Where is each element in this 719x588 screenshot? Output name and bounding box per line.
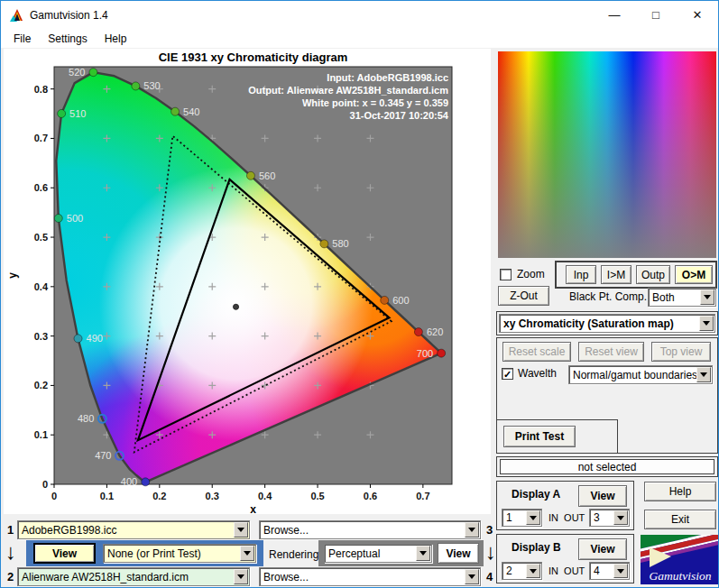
display-b-out-select[interactable]: 4: [589, 562, 630, 580]
dropdown-arrow-icon[interactable]: [699, 316, 714, 331]
minimize-button[interactable]: —: [594, 1, 635, 29]
svg-text:0.1: 0.1: [100, 491, 114, 501]
display-a-inout-label: IN OUT: [548, 512, 585, 523]
menu-bar: File Settings Help: [1, 29, 718, 48]
display-a-group: Display A View 1 IN OUT 3: [496, 481, 634, 530]
reset-scale-button[interactable]: Reset scale: [502, 342, 571, 362]
black-pt-comp-value: Both: [652, 291, 675, 304]
svg-text:490: 490: [87, 333, 103, 344]
status-text: not selected: [500, 459, 714, 474]
dropdown-arrow-icon[interactable]: [465, 569, 479, 584]
slot2-number: 2: [7, 570, 14, 583]
rendering-intent-select[interactable]: Perceptual: [324, 544, 432, 563]
inp-button[interactable]: Inp: [566, 265, 596, 284]
dropdown-arrow-icon[interactable]: [526, 510, 540, 525]
dropdown-arrow-icon[interactable]: [696, 367, 711, 382]
svg-text:0.1: 0.1: [34, 429, 48, 440]
map-select-frame: xy Chromaticity (Saturation map): [496, 311, 718, 335]
svg-text:480: 480: [78, 413, 94, 424]
display-a-out-select[interactable]: 3: [589, 509, 630, 527]
gamutvision-logo: Gamutvision: [641, 535, 718, 584]
display-a-view-button[interactable]: View: [578, 485, 627, 507]
dropdown-arrow-icon[interactable]: [613, 564, 628, 578]
dropdown-arrow-icon[interactable]: [700, 289, 714, 305]
menu-file[interactable]: File: [9, 32, 35, 46]
svg-text:0.2: 0.2: [34, 380, 48, 390]
zoom-checkbox[interactable]: [500, 269, 512, 280]
outp-button[interactable]: Outp: [636, 265, 670, 284]
maximize-button[interactable]: □: [635, 1, 677, 29]
output-profile-select[interactable]: Alienware AW2518H_standard.icm: [17, 567, 250, 586]
view-left-button[interactable]: View: [33, 543, 96, 564]
svg-text:Input: AdobeRGB1998.icc: Input: AdobeRGB1998.icc: [327, 72, 448, 83]
display-a-title: Display A: [512, 488, 560, 501]
dropdown-arrow-icon[interactable]: [240, 546, 254, 561]
app-window: Gamutvision 1.4 — □ ✕ File Settings Help…: [0, 0, 719, 588]
dropdown-arrow-icon[interactable]: [526, 564, 540, 578]
svg-text:Output: Alienware AW2518H_stan: Output: Alienware AW2518H_standard.icm: [248, 85, 448, 96]
i-to-m-button[interactable]: I>M: [601, 265, 631, 284]
status-frame: not selected: [496, 456, 718, 477]
svg-text:0.4: 0.4: [258, 491, 272, 501]
print-test-button[interactable]: Print Test: [503, 426, 576, 447]
boundaries-select[interactable]: Normal/gamut boundaries: [568, 365, 713, 384]
svg-text:0.4: 0.4: [34, 281, 49, 292]
output-browse-value: Browse...: [263, 571, 309, 583]
close-button[interactable]: ✕: [677, 1, 718, 29]
reset-view-button[interactable]: Reset view: [578, 342, 644, 362]
gamut-view-button-group: Inp I>M Outp O>M: [555, 261, 717, 289]
svg-text:580: 580: [332, 238, 348, 249]
z-out-button[interactable]: Z-Out: [498, 286, 549, 306]
exit-button[interactable]: Exit: [644, 510, 716, 529]
svg-text:530: 530: [143, 80, 160, 91]
svg-text:0.8: 0.8: [34, 84, 48, 95]
top-view-button[interactable]: Top view: [651, 342, 711, 362]
display-b-in-select[interactable]: 2: [502, 562, 542, 580]
svg-text:31-Oct-2017 10:20:54: 31-Oct-2017 10:20:54: [350, 110, 449, 121]
wavelth-checkbox[interactable]: ✓: [502, 368, 513, 380]
print-test-select[interactable]: None (or Print Test): [103, 544, 256, 563]
svg-text:x: x: [250, 503, 256, 514]
slot1-number: 1: [7, 523, 14, 537]
zoom-checkbox-label: Zoom: [517, 268, 545, 280]
display-b-title: Display B: [512, 541, 561, 554]
logo-text: Gamutvision: [650, 569, 712, 583]
window-title: Gamutvision 1.4: [30, 9, 108, 22]
display-a-out-value: 3: [594, 511, 600, 524]
display-b-view-button[interactable]: View: [578, 538, 627, 560]
dropdown-arrow-icon[interactable]: [234, 522, 248, 537]
svg-text:700: 700: [417, 348, 433, 359]
svg-text:620: 620: [427, 326, 443, 337]
black-pt-comp-label: Black Pt. Comp.: [569, 290, 647, 303]
dropdown-arrow-icon[interactable]: [465, 522, 479, 537]
input-profile-select[interactable]: AdobeRGB1998.icc: [17, 520, 250, 539]
o-to-m-button[interactable]: O>M: [675, 265, 713, 284]
svg-text:540: 540: [183, 106, 199, 117]
help-button[interactable]: Help: [644, 482, 716, 501]
slot3-number: 3: [486, 523, 493, 537]
output-browse-select[interactable]: Browse...: [259, 567, 481, 586]
dropdown-arrow-icon[interactable]: [613, 510, 628, 525]
menu-settings[interactable]: Settings: [43, 32, 91, 46]
down-arrow-left-icon: ↓: [5, 541, 16, 563]
svg-text:0.3: 0.3: [206, 491, 219, 501]
map-type-select[interactable]: xy Chromaticity (Saturation map): [499, 314, 715, 333]
svg-text:0: 0: [51, 491, 57, 501]
svg-text:0.2: 0.2: [152, 491, 166, 501]
dropdown-arrow-icon[interactable]: [234, 569, 248, 584]
display-a-in-select[interactable]: 1: [502, 509, 542, 527]
svg-text:600: 600: [392, 295, 409, 306]
input-browse-select[interactable]: Browse...: [259, 520, 481, 539]
view-right-button[interactable]: View: [438, 543, 479, 564]
svg-text:0.6: 0.6: [34, 182, 48, 193]
rendering-label: Rendering: [269, 548, 318, 561]
window-controls: — □ ✕: [594, 1, 718, 29]
down-arrow-right-icon: ↓: [485, 541, 496, 563]
display-b-out-value: 4: [594, 565, 600, 577]
color-gradient-preview[interactable]: [498, 51, 716, 258]
black-pt-comp-select[interactable]: Both: [648, 288, 716, 307]
svg-text:520: 520: [69, 67, 85, 78]
dropdown-arrow-icon[interactable]: [416, 546, 430, 561]
menu-help[interactable]: Help: [100, 32, 132, 46]
svg-text:470: 470: [95, 450, 111, 461]
